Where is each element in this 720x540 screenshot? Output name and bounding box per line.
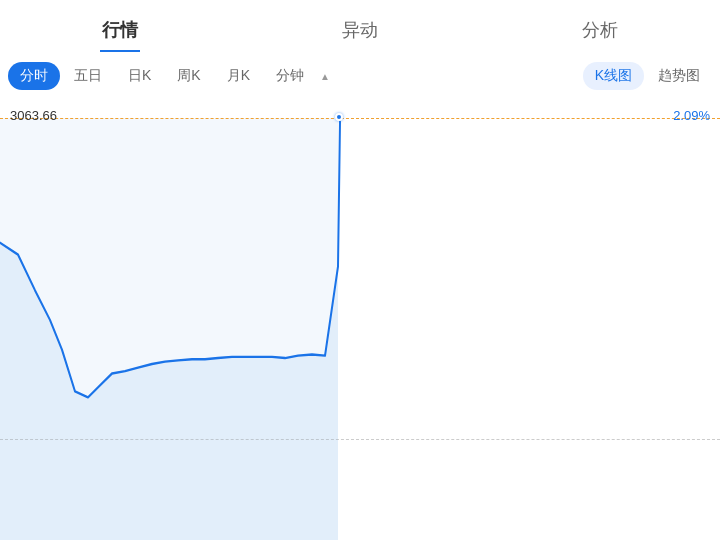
- period-tab-yuek[interactable]: 月K: [215, 62, 262, 90]
- period-tab-fenshi[interactable]: 分时: [8, 62, 60, 90]
- main-container: 行情 异动 分析 分时 五日 日K 周K 月K 分钟 ▲ K线图: [0, 0, 720, 540]
- tab-analysis[interactable]: 分析: [560, 18, 640, 52]
- period-tabs-bar: 分时 五日 日K 周K 月K 分钟 ▲ K线图 趋势图: [0, 52, 720, 100]
- period-tab-wuri[interactable]: 五日: [62, 62, 114, 90]
- chart-area: 3063.66 2.09%: [0, 100, 720, 540]
- period-tab-minute[interactable]: 分钟: [264, 62, 316, 90]
- chart-indicator-dot: [335, 113, 343, 121]
- period-tab-trend[interactable]: 趋势图: [646, 62, 712, 90]
- chart-svg: [0, 100, 720, 540]
- period-tab-kline[interactable]: K线图: [583, 62, 644, 90]
- period-tab-rik[interactable]: 日K: [116, 62, 163, 90]
- tab-market[interactable]: 行情: [80, 18, 160, 52]
- period-tab-zhouk[interactable]: 周K: [165, 62, 212, 90]
- right-tab-group: K线图 趋势图: [583, 62, 712, 90]
- arrow-icon: ▲: [320, 71, 330, 82]
- svg-marker-1: [0, 243, 338, 540]
- tab-anomaly[interactable]: 异动: [320, 18, 400, 52]
- main-tabs: 行情 异动 分析: [0, 0, 720, 52]
